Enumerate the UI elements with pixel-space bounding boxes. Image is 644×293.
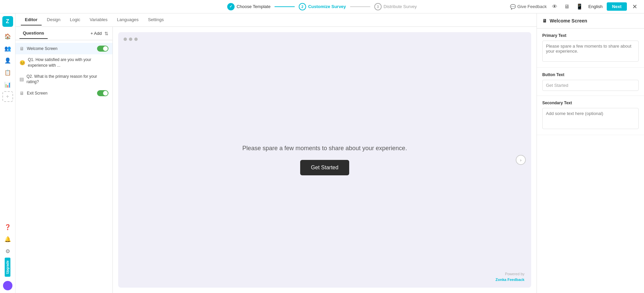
- step-3: 3 Distribute Survey: [374, 3, 417, 10]
- preview-canvas: › Please spare a few moments to share ab…: [118, 32, 531, 288]
- editor-tabs: Editor Design Logic Variables Languages …: [15, 13, 537, 27]
- step-wizard: ✓ Choose Template 2 Customize Survey 3 D…: [227, 3, 417, 10]
- primary-text-label: Primary Text: [542, 33, 639, 38]
- dot-2: [129, 38, 132, 41]
- feedback-label: Give Feedback: [517, 4, 547, 9]
- nav-add-icon[interactable]: +: [2, 91, 13, 102]
- q2-text: Q2. What is the primary reason for your …: [27, 74, 108, 85]
- questions-list: 🖥 Welcome Screen 😊 Q1. How satisfied are…: [15, 40, 112, 293]
- content-row: Questions + Add ⇅ 🖥 Welcome Screen: [15, 27, 537, 293]
- preview-get-started-button[interactable]: Get Started: [300, 160, 349, 175]
- q1-icon: 😊: [19, 60, 25, 65]
- question-item-exit[interactable]: 🖥 Exit Screen: [15, 87, 112, 99]
- right-panel: 🖥 Welcome Screen Primary Text Button Tex…: [537, 13, 644, 293]
- add-question-button[interactable]: + Add: [90, 31, 102, 36]
- app-logo[interactable]: Z: [2, 16, 13, 27]
- tab-logic[interactable]: Logic: [66, 14, 84, 25]
- step-1-label: Choose Template: [237, 4, 271, 9]
- nav-bell-icon[interactable]: 🔔: [2, 234, 13, 244]
- button-text-label: Button Text: [542, 72, 639, 77]
- nav-calendar-icon[interactable]: 📋: [2, 67, 13, 78]
- question-item-q1[interactable]: 😊 Q1. How satisfied are you with your ex…: [15, 54, 112, 71]
- primary-text-input[interactable]: [542, 41, 639, 62]
- exit-screen-toggle[interactable]: [97, 90, 108, 96]
- preview-powered-by: Powered by Zonka Feedback: [496, 271, 524, 282]
- right-panel-primary-text-section: Primary Text: [537, 28, 644, 68]
- right-panel-title: Welcome Screen: [550, 18, 587, 23]
- tab-design[interactable]: Design: [43, 14, 64, 25]
- secondary-text-label: Secondary Text: [542, 101, 639, 105]
- app-nav: Z 🏠 👥 👤 📋 📊 + ❓ 🔔 ⚙ Upgrade: [0, 13, 15, 293]
- feedback-button[interactable]: 💬 Give Feedback: [510, 4, 547, 9]
- right-panel-icon: 🖥: [542, 18, 547, 23]
- step-1-circle: ✓: [227, 3, 235, 10]
- tab-settings[interactable]: Settings: [144, 14, 168, 25]
- questions-tabs-row: Questions + Add ⇅: [15, 27, 112, 40]
- tab-languages[interactable]: Languages: [113, 14, 142, 25]
- q2-icon: ▤: [19, 76, 24, 82]
- questions-panel: Questions + Add ⇅ 🖥 Welcome Screen: [15, 27, 113, 293]
- mobile-icon-button[interactable]: 📱: [575, 3, 584, 10]
- questions-tab[interactable]: Questions: [19, 28, 48, 39]
- welcome-screen-toggle[interactable]: [97, 46, 108, 52]
- nav-chart-icon[interactable]: 📊: [2, 79, 13, 90]
- step-1: ✓ Choose Template: [227, 3, 271, 10]
- exit-screen-text: Exit Screen: [27, 91, 94, 96]
- step-2-circle: 2: [299, 3, 306, 10]
- preview-area: › Please spare a few moments to share ab…: [113, 27, 537, 293]
- step-3-circle: 3: [374, 3, 381, 10]
- right-panel-secondary-text-section: Secondary Text: [537, 96, 644, 135]
- language-button[interactable]: English: [588, 4, 603, 9]
- dot-3: [134, 38, 138, 41]
- top-bar-right: 💬 Give Feedback 👁 🖥 📱 English Next ✕: [510, 2, 639, 11]
- nav-contacts-icon[interactable]: 👥: [2, 43, 13, 54]
- right-panel-header: 🖥 Welcome Screen: [537, 13, 644, 28]
- dot-1: [124, 38, 127, 41]
- upgrade-badge[interactable]: Upgrade: [5, 258, 10, 277]
- next-button[interactable]: Next: [607, 2, 627, 11]
- close-icon-button[interactable]: ✕: [631, 2, 639, 11]
- preview-main-text: Please spare a few moments to share abou…: [242, 145, 407, 152]
- question-item-q2[interactable]: ▤ Q2. What is the primary reason for you…: [15, 71, 112, 88]
- powered-by-label: Powered by: [505, 272, 524, 276]
- exit-screen-icon: 🖥: [19, 91, 24, 96]
- welcome-screen-icon: 🖥: [19, 46, 24, 51]
- tab-actions: + Add ⇅: [90, 31, 108, 36]
- secondary-text-input[interactable]: [542, 108, 639, 129]
- tab-variables[interactable]: Variables: [86, 14, 111, 25]
- right-panel-button-text-section: Button Text: [537, 68, 644, 96]
- question-item-welcome[interactable]: 🖥 Welcome Screen: [15, 43, 112, 54]
- feedback-icon: 💬: [510, 4, 516, 9]
- nav-person-icon[interactable]: 👤: [2, 55, 13, 66]
- q1-text: Q1. How satisfied are you with your expe…: [28, 57, 108, 68]
- main-layout: Z 🏠 👥 👤 📋 📊 + ❓ 🔔 ⚙ Upgrade Editor Desig…: [0, 13, 644, 293]
- left-content: Editor Design Logic Variables Languages …: [15, 13, 537, 293]
- connector-2: [350, 6, 370, 7]
- top-bar: ✓ Choose Template 2 Customize Survey 3 D…: [0, 0, 644, 13]
- tab-editor[interactable]: Editor: [21, 14, 42, 25]
- connector-1: [275, 6, 295, 7]
- welcome-screen-text: Welcome Screen: [27, 46, 94, 52]
- preview-dots: [124, 38, 138, 41]
- preview-next-button[interactable]: ›: [516, 155, 526, 165]
- nav-settings-icon[interactable]: ⚙: [2, 246, 13, 256]
- step-2: 2 Customize Survey: [299, 3, 346, 10]
- eye-icon-button[interactable]: 👁: [551, 3, 559, 10]
- desktop-icon-button[interactable]: 🖥: [563, 3, 571, 10]
- step-3-label: Distribute Survey: [383, 4, 417, 9]
- user-avatar[interactable]: [3, 281, 12, 290]
- nav-home-icon[interactable]: 🏠: [2, 31, 13, 42]
- button-text-input[interactable]: [542, 80, 639, 91]
- nav-help-icon[interactable]: ❓: [2, 222, 13, 232]
- powered-brand: Zonka Feedback: [496, 278, 524, 282]
- sort-questions-button[interactable]: ⇅: [104, 31, 108, 36]
- step-2-label: Customize Survey: [308, 4, 346, 9]
